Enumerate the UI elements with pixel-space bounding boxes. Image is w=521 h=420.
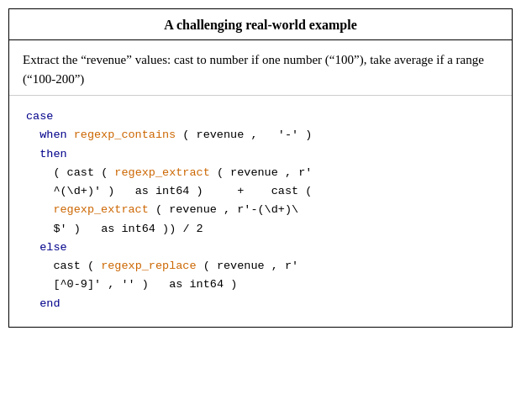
paren-close-5: )) — [162, 223, 176, 235]
arg-revenue-2: revenue — [230, 166, 278, 179]
code-line-2: when regexp_contains ( revenue , '-' ) — [26, 126, 495, 144]
as-3: as — [169, 278, 182, 291]
paren-close-3: ) — [197, 185, 203, 197]
code-line-8: else — [26, 239, 495, 257]
code-line-7: $' ) as int64 )) / 2 — [26, 220, 495, 239]
regex-str-3: [^0-9]' — [53, 278, 101, 291]
paren-open-6: ( — [155, 203, 162, 216]
keyword-end: end — [39, 297, 60, 310]
comma-3: , — [224, 203, 230, 216]
paren-close-2: ) — [108, 185, 114, 197]
fn-regexp-extract-2: regexp_extract — [53, 203, 148, 216]
keyword-case: case — [26, 110, 53, 123]
paren-close-1: ) — [305, 129, 312, 141]
empty-str: '' — [121, 278, 134, 291]
description: Extract the “revenue” values: cast to nu… — [9, 40, 512, 96]
fn-regexp-contains: regexp_contains — [74, 129, 176, 141]
fn-regexp-replace: regexp_replace — [101, 260, 196, 272]
card: A challenging real-world example Extract… — [8, 8, 513, 328]
code-line-6: regexp_extract ( revenue , r'-(\d+)\ — [26, 201, 495, 219]
plus-op: + — [237, 185, 244, 197]
cast-1: cast — [67, 166, 94, 179]
code-line-10: [^0-9]' , '' ) as int64 ) — [26, 276, 495, 294]
comma-1: , — [250, 129, 271, 141]
code-line-1: case — [26, 108, 495, 126]
space-6 — [250, 185, 264, 197]
as-1: as — [135, 185, 149, 197]
regex-str-1: ^(\d+)' — [53, 185, 101, 197]
code-line-5: ^(\d+)' ) as int64 ) + cast ( — [26, 182, 495, 201]
card-title: A challenging real-world example — [9, 9, 512, 40]
code-line-3: then — [26, 145, 495, 164]
r-prefix-2: r'-(\d+)\ — [237, 203, 298, 216]
code-block: case when regexp_contains ( revenue , '-… — [9, 96, 512, 327]
type-int64-2: int64 — [121, 223, 155, 235]
keyword-else: else — [39, 241, 66, 254]
as-2: as — [101, 223, 114, 235]
arg-revenue-1: revenue — [197, 129, 245, 141]
paren-open-2: ( — [53, 166, 60, 179]
space-5 — [210, 185, 230, 197]
cast-3: cast — [53, 260, 80, 272]
comma-5: , — [108, 278, 114, 291]
paren-close-7: ) — [230, 278, 237, 291]
space-12 — [155, 278, 162, 291]
regex-str-2: $' — [53, 223, 66, 235]
space-8 — [87, 223, 94, 235]
r-prefix-1: r' — [298, 166, 312, 179]
paren-open: ( — [182, 129, 189, 141]
space-3 — [121, 185, 128, 197]
type-int64-1: int64 — [155, 185, 190, 197]
paren-open-7: ( — [87, 260, 94, 272]
code-line-4: ( cast ( regexp_extract ( revenue , r' — [26, 164, 495, 182]
keyword-then: then — [39, 148, 66, 160]
code-line-9: cast ( regexp_replace ( revenue , r' — [26, 257, 495, 276]
keyword-when: when — [39, 129, 66, 141]
paren-open-5: ( — [305, 185, 312, 197]
divide-op: / 2 — [182, 223, 203, 235]
comma-2: , — [285, 166, 292, 179]
r-prefix-3: r' — [285, 260, 298, 272]
paren-close-6: ) — [142, 278, 149, 291]
paren-close-4: ) — [74, 223, 81, 235]
comma-4: , — [271, 260, 278, 272]
arg-str-dash: '-' — [278, 129, 298, 141]
type-int64-3: int64 — [190, 278, 224, 291]
code-line-11: end — [26, 295, 495, 313]
paren-open-4: ( — [217, 166, 224, 179]
description-text: Extract the “revenue” values: cast to nu… — [23, 53, 484, 86]
paren-open-3: ( — [101, 166, 108, 179]
cast-2: cast — [271, 185, 298, 197]
fn-regexp-extract-1: regexp_extract — [114, 166, 209, 179]
arg-revenue-4: revenue — [217, 260, 265, 272]
arg-revenue-3: revenue — [169, 203, 217, 216]
paren-open-8: ( — [203, 260, 210, 272]
